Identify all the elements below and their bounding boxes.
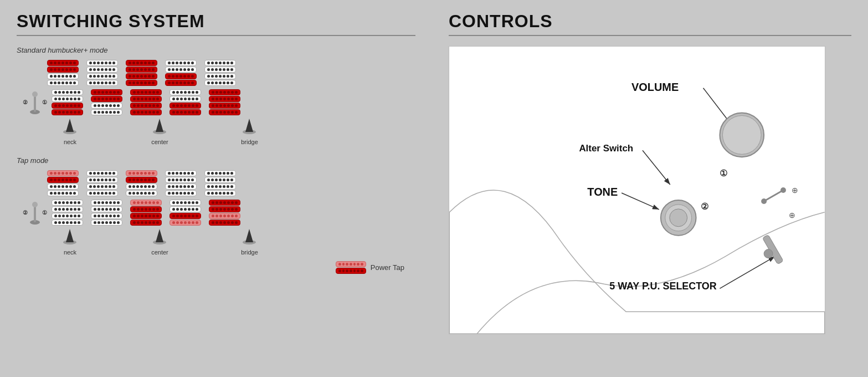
volume-label: VOLUME bbox=[631, 81, 679, 93]
switch-number-1: ① bbox=[42, 99, 47, 105]
svg-line-29 bbox=[720, 257, 775, 289]
standard-bot-center bbox=[130, 89, 162, 115]
svg-point-2 bbox=[32, 91, 38, 97]
bridge-selector-icon bbox=[240, 118, 259, 134]
switching-system-title: SWITCHING SYSTEM bbox=[17, 11, 415, 32]
svg-marker-15 bbox=[156, 229, 163, 242]
svg-marker-6 bbox=[156, 119, 163, 132]
power-tap-legend: Power Tap bbox=[17, 261, 415, 274]
svg-line-26 bbox=[764, 190, 783, 201]
tap-neck-icon-col: neck bbox=[52, 228, 89, 256]
standard-top-center-bridge bbox=[165, 60, 197, 86]
tap-switch-number-2: ② bbox=[23, 210, 28, 216]
tap-bridge-selector-icon bbox=[240, 228, 259, 244]
tap-bot-center-bridge bbox=[170, 200, 201, 226]
svg-point-28 bbox=[780, 187, 786, 193]
standard-mode-section: Standard humbucker+ mode bbox=[17, 46, 415, 145]
svg-marker-17 bbox=[245, 229, 253, 242]
tap-top-neck bbox=[47, 170, 79, 196]
control-number-1: ① bbox=[720, 169, 727, 178]
selector-label: 5 WAY P.U. SELECTOR bbox=[609, 281, 717, 292]
controls-title: CONTROLS bbox=[449, 11, 851, 32]
tap-mode-section: Tap mode bbox=[17, 156, 415, 274]
svg-marker-8 bbox=[245, 119, 253, 132]
tap-top-center bbox=[126, 170, 157, 196]
tap-center-icon-col: center bbox=[141, 228, 178, 256]
svg-point-27 bbox=[761, 198, 767, 204]
plus-symbol-2: ⊕ bbox=[789, 211, 795, 220]
standard-top-neck-center bbox=[86, 60, 118, 86]
svg-line-21 bbox=[643, 150, 670, 185]
standard-neck-icon-col: neck bbox=[52, 118, 89, 145]
control-number-2: ② bbox=[701, 202, 708, 211]
switch-number-2: ② bbox=[23, 99, 28, 105]
tap-bot-bridge bbox=[209, 200, 240, 226]
controls-divider bbox=[449, 35, 851, 36]
standard-bot-center-bridge bbox=[170, 89, 201, 115]
tap-top-center-bridge bbox=[165, 170, 197, 196]
title-divider bbox=[17, 35, 415, 36]
standard-top-neck bbox=[47, 60, 79, 86]
svg-line-22 bbox=[622, 193, 659, 210]
svg-rect-31 bbox=[762, 235, 783, 264]
standard-top-center bbox=[126, 60, 157, 86]
tap-top-neck-center bbox=[86, 170, 118, 196]
svg-point-11 bbox=[32, 202, 38, 207]
neck-selector-icon bbox=[60, 118, 80, 134]
svg-point-25 bbox=[670, 209, 687, 227]
controls-svg: VOLUME Alter Switch TONE ② ① ⊕ bbox=[449, 47, 825, 334]
power-tap-label: Power Tap bbox=[371, 263, 404, 272]
center-selector-icon bbox=[150, 118, 170, 134]
standard-top-bridge bbox=[204, 60, 236, 86]
tap-bridge-icon-col: bridge bbox=[231, 228, 268, 256]
standard-switch: ② ① bbox=[17, 90, 47, 115]
standard-center-icon-col: center bbox=[141, 118, 178, 145]
tap-switch-number-1: ① bbox=[42, 210, 47, 216]
standard-bot-neck bbox=[52, 89, 83, 115]
standard-mode-label: Standard humbucker+ mode bbox=[17, 46, 415, 54]
tap-switch: ② ① bbox=[17, 200, 47, 225]
svg-point-20 bbox=[722, 116, 761, 155]
standard-bot-bridge bbox=[209, 89, 240, 115]
tap-switch-lever-icon bbox=[29, 200, 41, 225]
tone-label: TONE bbox=[587, 186, 618, 198]
tap-neck-selector-icon bbox=[60, 228, 80, 244]
tap-top-bridge bbox=[204, 170, 236, 196]
alter-switch-label: Alter Switch bbox=[579, 143, 633, 154]
tap-bot-center bbox=[130, 200, 162, 226]
svg-marker-13 bbox=[66, 229, 74, 242]
standard-bridge-icon-col: bridge bbox=[231, 118, 268, 145]
tap-bot-neck bbox=[52, 200, 83, 226]
controls-diagram: VOLUME Alter Switch TONE ② ① ⊕ bbox=[449, 46, 825, 334]
tap-mode-label: Tap mode bbox=[17, 156, 415, 165]
switching-system-panel: SWITCHING SYSTEM Standard humbucker+ mod… bbox=[0, 0, 432, 377]
svg-point-32 bbox=[764, 249, 773, 258]
svg-marker-4 bbox=[66, 119, 74, 132]
switch-lever-icon bbox=[29, 90, 41, 115]
tap-center-selector-icon bbox=[150, 228, 170, 244]
plus-symbol-1: ⊕ bbox=[792, 186, 798, 195]
controls-panel: CONTROLS VOLUME Alter Switch TONE ② bbox=[432, 0, 868, 377]
standard-bot-neck-center bbox=[91, 89, 122, 115]
tap-bot-neck-center bbox=[91, 200, 122, 226]
